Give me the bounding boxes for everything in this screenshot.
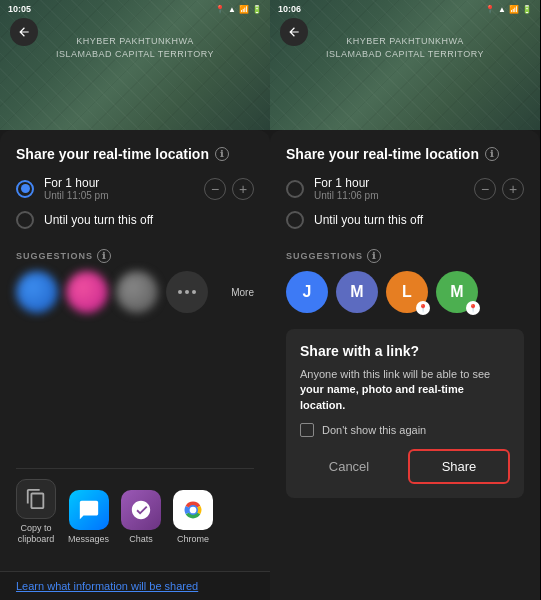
increase-duration-left[interactable]: + — [232, 178, 254, 200]
cancel-button[interactable]: Cancel — [300, 449, 398, 484]
dot-3 — [192, 290, 196, 294]
radio-inner-1hour — [21, 184, 30, 193]
option-text-1hour-left: For 1 hour Until 11:05 pm — [44, 176, 194, 201]
share-title-left: Share your real-time location ℹ — [16, 146, 254, 162]
suggestion-2-left[interactable] — [66, 271, 108, 313]
location-icon: 📍 — [215, 5, 225, 14]
wifi-icon-right: ▲ — [498, 5, 506, 14]
more-label-left: More — [231, 287, 254, 298]
status-bar-left: 10:05 📍 ▲ 📶 🔋 — [0, 0, 270, 18]
dont-show-label: Don't show this again — [322, 424, 426, 436]
option-text-turnoff-left: Until you turn this off — [44, 213, 254, 227]
option-sub-1hour-right: Until 11:06 pm — [314, 190, 464, 201]
status-bar-right: 10:06 📍 ▲ 📶 🔋 — [270, 0, 540, 18]
option-label-1hour-right: For 1 hour — [314, 176, 464, 190]
option-label-turnoff-right: Until you turn this off — [314, 213, 524, 227]
radio-turnoff-right[interactable] — [286, 211, 304, 229]
bottom-sheet-left: Share your real-time location ℹ For 1 ho… — [0, 130, 270, 571]
increase-duration-right[interactable]: + — [502, 178, 524, 200]
suggestions-row-right: J M L 📍 M 📍 — [286, 271, 524, 313]
bottom-sheet-right: Share your real-time location ℹ For 1 ho… — [270, 130, 540, 600]
dot-1 — [178, 290, 182, 294]
duration-controls-right: − + — [474, 178, 524, 200]
map-right: 10:06 📍 ▲ 📶 🔋 KHYBER PAKHTUNKHWA ISLAMAB… — [270, 0, 540, 130]
share-button[interactable]: Share — [408, 449, 510, 484]
location-icon-right: 📍 — [485, 5, 495, 14]
map-region-text-left: KHYBER PAKHTUNKHWA ISLAMABAD CAPITAL TER… — [0, 35, 270, 60]
suggestions-info-icon[interactable]: ℹ — [97, 249, 111, 263]
chats-app[interactable]: Chats — [121, 490, 161, 545]
right-phone-panel: 10:06 📍 ▲ 📶 🔋 KHYBER PAKHTUNKHWA ISLAMAB… — [270, 0, 540, 600]
status-time-left: 10:05 — [8, 4, 31, 14]
status-icons-right: 📍 ▲ 📶 🔋 — [485, 5, 532, 14]
location-badge-l: 📍 — [416, 301, 430, 315]
share-link-dialog-title: Share with a link? — [300, 343, 510, 359]
learn-more-left[interactable]: Learn what information will be shared — [0, 571, 270, 600]
battery-icon-right: 🔋 — [522, 5, 532, 14]
signal-icon-right: 📶 — [509, 5, 519, 14]
suggestion-l-right[interactable]: L 📍 — [386, 271, 428, 313]
map-left: 10:05 📍 ▲ 📶 🔋 KHYBER PAKHTUNKHWA ISLAMAB… — [0, 0, 270, 130]
chrome-icon — [173, 490, 213, 530]
location-badge-mg: 📍 — [466, 301, 480, 315]
option-text-turnoff-right: Until you turn this off — [314, 213, 524, 227]
option-turn-off-right[interactable]: Until you turn this off — [286, 211, 524, 229]
dialog-buttons: Cancel Share — [300, 449, 510, 484]
chrome-app-label: Chrome — [177, 534, 209, 545]
option-turn-off-left[interactable]: Until you turn this off — [16, 211, 254, 229]
messages-app[interactable]: Messages — [68, 490, 109, 545]
wifi-icon: ▲ — [228, 5, 236, 14]
suggestions-label-left: SUGGESTIONS ℹ — [16, 249, 254, 263]
copy-clipboard-app[interactable]: Copy toclipboard — [16, 479, 56, 545]
svg-point-3 — [190, 507, 197, 514]
option-1-hour-right[interactable]: For 1 hour Until 11:06 pm − + — [286, 176, 524, 201]
share-title-right: Share your real-time location ℹ — [286, 146, 524, 162]
status-time-right: 10:06 — [278, 4, 301, 14]
radio-1hour-left[interactable] — [16, 180, 34, 198]
option-label-turnoff: Until you turn this off — [44, 213, 254, 227]
more-suggestions-btn-left[interactable] — [166, 271, 208, 313]
radio-1hour-right[interactable] — [286, 180, 304, 198]
clipboard-app-label: Copy toclipboard — [18, 523, 55, 545]
status-icons-left: 📍 ▲ 📶 🔋 — [215, 5, 262, 14]
info-icon-right[interactable]: ℹ — [485, 147, 499, 161]
suggestion-j-right[interactable]: J — [286, 271, 328, 313]
decrease-duration-left[interactable]: − — [204, 178, 226, 200]
messages-icon — [69, 490, 109, 530]
option-label-1hour: For 1 hour — [44, 176, 194, 190]
clipboard-icon — [16, 479, 56, 519]
suggestion-mg-right[interactable]: M 📍 — [436, 271, 478, 313]
dont-show-checkbox[interactable] — [300, 423, 314, 437]
duration-controls-left: − + — [204, 178, 254, 200]
option-1-hour-left[interactable]: For 1 hour Until 11:05 pm − + — [16, 176, 254, 201]
share-apps-row-left: Copy toclipboard Messages Chats — [16, 468, 254, 555]
signal-icon: 📶 — [239, 5, 249, 14]
option-text-1hour-right: For 1 hour Until 11:06 pm — [314, 176, 464, 201]
map-region-text-right: KHYBER PAKHTUNKHWA ISLAMABAD CAPITAL TER… — [270, 35, 540, 60]
battery-icon: 🔋 — [252, 5, 262, 14]
suggestions-info-icon-right[interactable]: ℹ — [367, 249, 381, 263]
decrease-duration-right[interactable]: − — [474, 178, 496, 200]
chats-app-label: Chats — [129, 534, 153, 545]
chats-icon — [121, 490, 161, 530]
messages-app-label: Messages — [68, 534, 109, 545]
left-phone-panel: 10:05 📍 ▲ 📶 🔋 KHYBER PAKHTUNKHWA ISLAMAB… — [0, 0, 270, 600]
suggestion-3-left[interactable] — [116, 271, 158, 313]
radio-turnoff-left[interactable] — [16, 211, 34, 229]
chrome-app[interactable]: Chrome — [173, 490, 213, 545]
info-icon-left[interactable]: ℹ — [215, 147, 229, 161]
option-sub-1hour: Until 11:05 pm — [44, 190, 194, 201]
suggestions-row-left: More — [16, 271, 254, 313]
share-link-dialog-desc: Anyone with this link will be able to se… — [300, 367, 510, 413]
suggestion-1-left[interactable] — [16, 271, 58, 313]
more-dots-left — [178, 290, 196, 294]
dont-show-checkbox-row[interactable]: Don't show this again — [300, 423, 510, 437]
dot-2 — [185, 290, 189, 294]
suggestion-m-right[interactable]: M — [336, 271, 378, 313]
share-link-dialog: Share with a link? Anyone with this link… — [286, 329, 524, 498]
suggestions-label-right: SUGGESTIONS ℹ — [286, 249, 524, 263]
